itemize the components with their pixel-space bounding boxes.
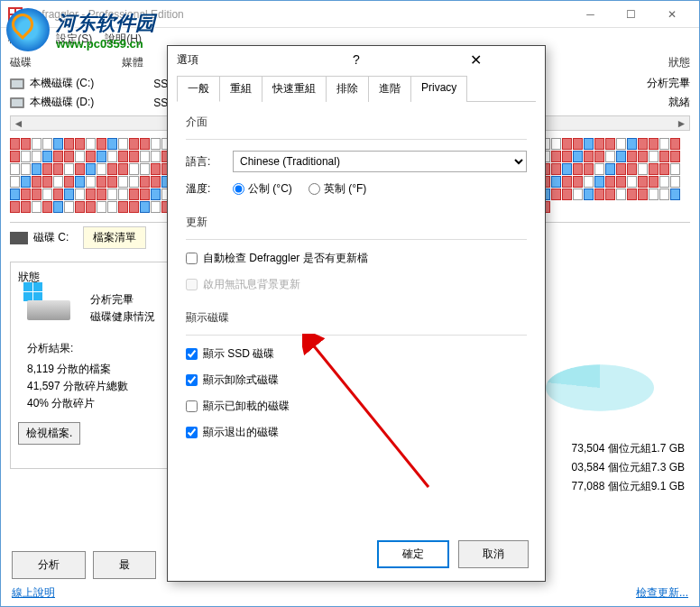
check-silent-update xyxy=(186,279,198,290)
dialog-close-button[interactable]: ✕ xyxy=(416,51,536,69)
status-panel: 狀態 分析完畢 磁碟健康情況 分析結果: 8,119 分散的檔案 41,597 … xyxy=(10,262,172,469)
check-show-ssd-label: 顯示 SSD 磁碟 xyxy=(203,346,274,362)
section-ui: 介面 xyxy=(186,115,527,130)
bottom-buttons: 分析 最 xyxy=(12,551,156,579)
footer: 線上說明 檢查更新... xyxy=(12,585,688,601)
dialog-title: 選項 xyxy=(177,52,297,68)
check-show-ejected-label: 顯示退出的磁碟 xyxy=(203,425,279,440)
disk-icon xyxy=(10,232,28,244)
result-3: 40% 分散碎片 xyxy=(18,396,164,411)
tab-privacy[interactable]: Privacy xyxy=(410,76,467,102)
stat-2: 03,584 個位元組7.3 GB xyxy=(572,460,685,475)
language-label: 語言: xyxy=(186,154,222,170)
drive-name: 本機磁碟 (C:) xyxy=(30,76,94,91)
check-auto-update[interactable] xyxy=(186,253,198,264)
col-media: 媒體 xyxy=(122,55,143,70)
tab-exclude[interactable]: 排除 xyxy=(326,76,369,102)
dialog-titlebar: 選項 ? ✕ xyxy=(168,46,545,73)
results-label: 分析結果: xyxy=(18,341,164,356)
radio-imperial[interactable]: 英制 (°F) xyxy=(309,181,366,197)
cancel-button[interactable]: 取消 xyxy=(458,540,529,568)
radio-imperial-input[interactable] xyxy=(309,183,320,195)
stat-3: 77,088 個位元組9.1 GB xyxy=(572,479,685,494)
menu-settings[interactable]: 設定(S) xyxy=(56,32,92,47)
svg-rect-3 xyxy=(10,15,14,20)
drive-icon xyxy=(10,97,24,108)
status-health: 磁碟健康情況 xyxy=(90,309,164,325)
check-update-link[interactable]: 檢查更新... xyxy=(636,585,688,601)
tab-defrag[interactable]: 重組 xyxy=(219,76,262,102)
check-show-removable[interactable] xyxy=(186,374,198,386)
language-select[interactable]: Chinese (Traditional) xyxy=(233,151,527,172)
result-2: 41,597 分散碎片總數 xyxy=(18,379,164,394)
status-done: 分析完畢 xyxy=(90,292,164,308)
check-silent-update-label: 啟用無訊息背景更新 xyxy=(203,277,300,292)
svg-rect-2 xyxy=(16,9,21,14)
section-disks: 顯示磁碟 xyxy=(186,310,527,326)
col-status: 狀態 xyxy=(668,55,690,70)
window-title: Defraggler - Professional Edition xyxy=(28,8,570,21)
radio-metric[interactable]: 公制 (°C) xyxy=(233,181,292,197)
check-show-unmounted[interactable] xyxy=(186,400,198,412)
titlebar: Defraggler - Professional Edition ─ ☐ ✕ xyxy=(1,1,699,28)
app-icon xyxy=(8,7,23,22)
menu-help[interactable]: 說明(H) xyxy=(105,32,142,47)
svg-rect-1 xyxy=(10,9,14,14)
drive-icon xyxy=(10,78,24,89)
check-auto-update-label: 自動檢查 Defraggler 是否有更新檔 xyxy=(203,251,368,266)
drive-bar-label: 磁碟 C: xyxy=(33,230,69,245)
minimize-button[interactable]: ─ xyxy=(570,2,611,27)
drive-name: 本機磁碟 (D:) xyxy=(30,95,94,110)
hdd-icon xyxy=(23,279,70,318)
check-show-ssd[interactable] xyxy=(186,348,198,360)
dialog-help-button[interactable]: ? xyxy=(297,52,417,67)
tab-quick[interactable]: 快速重組 xyxy=(262,76,327,102)
menu-file[interactable]: 檔案(F) xyxy=(8,32,43,47)
result-1: 8,119 分散的檔案 xyxy=(18,362,164,377)
disk-stats: 73,504 個位元組1.7 GB 03,584 個位元組7.3 GB 77,0… xyxy=(572,437,685,498)
dialog-tabs: 一般 重組 快速重組 排除 進階 Privacy xyxy=(177,75,536,102)
view-files-button[interactable]: 檢視檔案. xyxy=(18,422,80,445)
close-button[interactable]: ✕ xyxy=(651,2,692,27)
tab-general[interactable]: 一般 xyxy=(177,76,220,102)
col-disk: 磁碟 xyxy=(10,55,32,70)
check-show-unmounted-label: 顯示已卸載的磁碟 xyxy=(203,399,290,414)
temp-label: 溫度: xyxy=(186,181,222,197)
check-show-ejected[interactable] xyxy=(186,427,198,438)
drive-status: 分析完畢 xyxy=(647,76,690,91)
analyze-button[interactable]: 分析 xyxy=(12,551,86,579)
more-button[interactable]: 最 xyxy=(93,551,156,579)
options-dialog: 選項 ? ✕ 一般 重組 快速重組 排除 進階 Privacy 介面 語言: C… xyxy=(167,45,546,582)
section-update: 更新 xyxy=(186,215,527,230)
drive-status: 就緒 xyxy=(668,95,690,110)
stat-1: 73,504 個位元組1.7 GB xyxy=(572,441,685,456)
pie-chart xyxy=(546,364,654,411)
radio-metric-input[interactable] xyxy=(233,183,244,195)
maximize-button[interactable]: ☐ xyxy=(611,2,651,27)
online-help-link[interactable]: 線上說明 xyxy=(12,585,55,601)
ok-button[interactable]: 確定 xyxy=(377,540,449,568)
check-show-removable-label: 顯示卸除式磁碟 xyxy=(203,372,279,388)
tab-advanced[interactable]: 進階 xyxy=(368,76,411,102)
tab-filelist[interactable]: 檔案清單 xyxy=(83,226,146,249)
